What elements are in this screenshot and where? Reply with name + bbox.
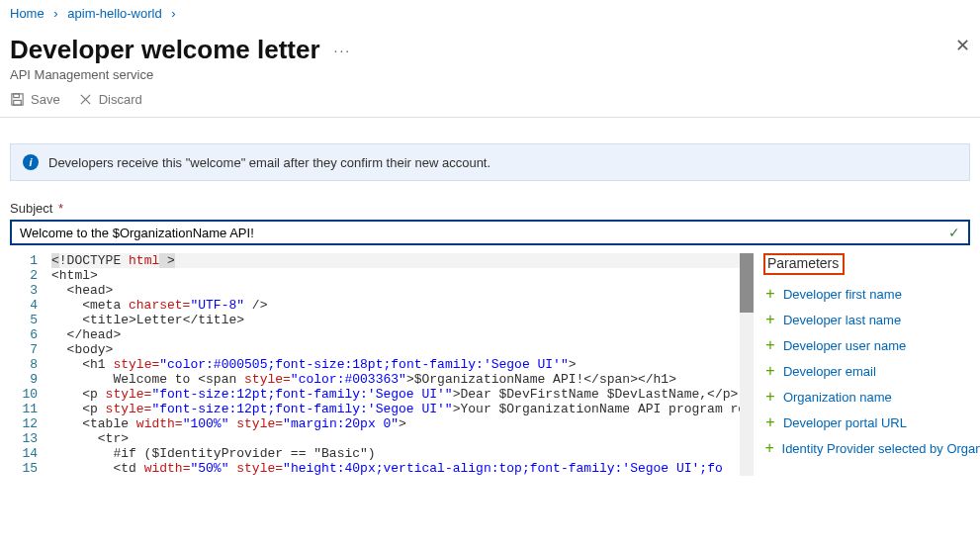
breadcrumb-sep-icon: › <box>171 6 175 21</box>
plus-icon: + <box>763 388 777 406</box>
info-banner: i Developers receive this "welcome" emai… <box>10 143 970 181</box>
line-number: 3 <box>10 283 51 298</box>
discard-button[interactable]: Discard <box>78 92 142 107</box>
breadcrumb-item[interactable]: apim-hello-world <box>67 6 161 21</box>
scroll-thumb[interactable] <box>740 253 754 313</box>
discard-label: Discard <box>99 92 142 107</box>
valid-check-icon: ✓ <box>948 225 960 240</box>
subject-input-wrap[interactable]: ✓ <box>10 220 970 245</box>
plus-icon: + <box>763 285 777 303</box>
line-number: 8 <box>10 357 51 372</box>
plus-icon: + <box>763 336 777 354</box>
param-dev-first-name[interactable]: +Developer first name <box>763 281 980 307</box>
param-identity-provider[interactable]: +Identity Provider selected by Organizat… <box>763 435 980 461</box>
code-editor[interactable]: 1<!DOCTYPE html > 2<html> 3 <head> 4 <me… <box>10 253 754 476</box>
line-number: 10 <box>10 387 51 402</box>
param-portal-url[interactable]: +Developer portal URL <box>763 410 980 435</box>
info-text: Developers receive this "welcome" email … <box>48 155 490 170</box>
editor-scrollbar[interactable] <box>740 253 754 476</box>
param-dev-user-name[interactable]: +Developer user name <box>763 332 980 358</box>
param-dev-email[interactable]: +Developer email <box>763 358 980 384</box>
plus-icon: + <box>763 439 776 457</box>
subject-label: Subject * <box>10 201 970 216</box>
save-label: Save <box>31 92 60 107</box>
line-number: 4 <box>10 298 51 313</box>
save-icon <box>10 92 25 107</box>
breadcrumb: Home › apim-hello-world › <box>0 0 980 27</box>
breadcrumb-sep-icon: › <box>53 6 57 21</box>
line-number: 14 <box>10 446 51 461</box>
parameters-panel: Parameters +Developer first name +Develo… <box>754 253 980 476</box>
line-number: 12 <box>10 416 51 431</box>
svg-rect-2 <box>14 100 22 105</box>
info-icon: i <box>23 154 39 170</box>
breadcrumb-home[interactable]: Home <box>10 6 45 21</box>
line-number: 5 <box>10 313 51 327</box>
line-number: 2 <box>10 268 51 283</box>
line-number: 6 <box>10 327 51 342</box>
page-subtitle: API Management service <box>10 67 970 82</box>
line-number: 13 <box>10 431 51 446</box>
line-number: 1 <box>10 253 51 268</box>
line-number: 9 <box>10 372 51 387</box>
plus-icon: + <box>763 311 777 328</box>
required-indicator: * <box>58 201 63 216</box>
parameters-title: Parameters <box>763 253 845 275</box>
line-number: 15 <box>10 461 51 476</box>
param-dev-last-name[interactable]: +Developer last name <box>763 307 980 332</box>
page-title: Developer welcome letter <box>10 35 320 65</box>
plus-icon: + <box>763 362 777 380</box>
line-number: 11 <box>10 402 51 416</box>
line-number: 7 <box>10 342 51 357</box>
param-org-name[interactable]: +Organization name <box>763 384 980 410</box>
more-icon[interactable]: ··· <box>334 43 352 58</box>
discard-icon <box>78 92 93 107</box>
save-button[interactable]: Save <box>10 92 60 107</box>
close-icon[interactable]: ✕ <box>955 35 970 56</box>
svg-rect-1 <box>14 94 20 98</box>
subject-input[interactable] <box>20 226 948 240</box>
plus-icon: + <box>763 413 777 431</box>
